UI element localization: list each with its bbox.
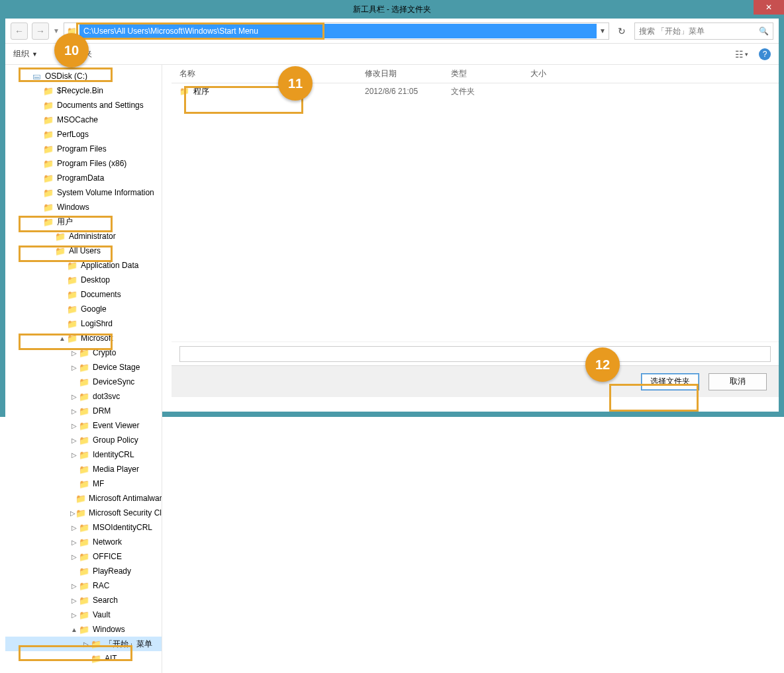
tree-item[interactable]: ▷📁IdentityCRL xyxy=(5,447,162,462)
tree-item[interactable]: ▷📁Event Viewer xyxy=(5,418,162,433)
col-type[interactable]: 类型 xyxy=(443,68,522,79)
expander-icon[interactable]: ▷ xyxy=(70,466,78,473)
expander-icon[interactable]: ▷ xyxy=(70,437,78,444)
tree-item[interactable]: ▷📁Microsoft Antimalware xyxy=(5,491,162,506)
search-box[interactable]: 🔍 xyxy=(634,22,773,40)
tree-item[interactable]: ▷📁MF xyxy=(5,476,162,491)
tree-item[interactable]: ▷📁Device Stage xyxy=(5,360,162,375)
tree-item[interactable]: ▷📁Windows xyxy=(5,200,162,214)
tree-item[interactable]: ▷📁ProgramData xyxy=(5,171,162,185)
expander-icon[interactable]: ▷ xyxy=(70,408,78,415)
tree-item[interactable]: ▷📁「开始」菜单 xyxy=(5,637,162,651)
folder-tree[interactable]: ▷🖴OSDisk (C:)▷📁$Recycle.Bin▷📁Documents a… xyxy=(5,65,162,673)
expander-icon[interactable]: ▷ xyxy=(58,291,66,298)
expander-icon[interactable]: ▷ xyxy=(82,641,90,648)
expander-icon[interactable]: ▷ xyxy=(70,510,75,517)
expander-icon[interactable]: ▷ xyxy=(70,495,75,502)
expander-icon[interactable]: ▷ xyxy=(34,204,42,211)
tree-item[interactable]: ▷📁$Recycle.Bin xyxy=(5,83,162,98)
folder-name-field[interactable] xyxy=(179,346,771,362)
tree-item[interactable]: ▷📁All Users xyxy=(5,244,162,258)
expander-icon[interactable]: ▷ xyxy=(34,189,42,197)
tree-item[interactable]: ▷📁Search xyxy=(5,593,162,607)
expander-icon[interactable]: ▷ xyxy=(70,393,78,400)
refresh-button[interactable]: ↻ xyxy=(613,22,630,40)
tree-item[interactable]: ▷📁AIT xyxy=(5,651,162,666)
tree-item[interactable]: ▷📁Desktop xyxy=(5,273,162,287)
expander-icon[interactable]: ▷ xyxy=(34,146,42,153)
expander-icon[interactable]: ▷ xyxy=(58,262,66,269)
address-input[interactable] xyxy=(79,24,597,38)
expander-icon[interactable]: ▷ xyxy=(70,524,78,531)
file-row[interactable]: 📁 程序 2012/8/6 21:05 文件夹 xyxy=(172,83,779,99)
expander-icon[interactable]: ▷ xyxy=(34,102,42,109)
expander-icon[interactable]: ▷ xyxy=(70,480,78,488)
tree-item[interactable]: ▷📁dot3svc xyxy=(5,389,162,404)
expander-icon[interactable]: ▷ xyxy=(34,116,42,124)
view-button[interactable]: ☷ ▾ xyxy=(735,49,748,60)
tree-item[interactable]: ▷📁MSOCache xyxy=(5,112,162,127)
tree-item[interactable]: ▷📁Network xyxy=(5,535,162,549)
expander-icon[interactable]: ▷ xyxy=(23,73,30,80)
col-size[interactable]: 大小 xyxy=(522,68,589,79)
organize-button[interactable]: 组织 ▼ xyxy=(13,48,38,60)
address-bar[interactable]: 📁 ▼ xyxy=(64,22,609,40)
expander-icon[interactable]: ▷ xyxy=(70,553,78,561)
expander-icon[interactable]: ▷ xyxy=(70,364,78,371)
tree-item[interactable]: ▷📁Program Files xyxy=(5,142,162,156)
expander-icon[interactable]: ▷ xyxy=(70,349,78,357)
address-dropdown-icon[interactable]: ▼ xyxy=(597,27,609,34)
tree-item[interactable]: ▷📁System Volume Information xyxy=(5,185,162,200)
expander-icon[interactable]: ▷ xyxy=(70,451,78,459)
tree-item[interactable]: ▲📁Microsoft xyxy=(5,331,162,345)
tree-item[interactable]: ▷📁MSOIdentityCRL xyxy=(5,520,162,535)
tree-item[interactable]: ▷📁DeviceSync xyxy=(5,375,162,389)
tree-item[interactable]: ▷📁Vault xyxy=(5,607,162,622)
expander-icon[interactable]: ▷ xyxy=(70,422,78,429)
expander-icon[interactable]: ▷ xyxy=(82,655,90,662)
expander-icon[interactable]: ▷ xyxy=(34,131,42,138)
close-button[interactable]: ✕ xyxy=(754,0,784,15)
forward-button[interactable]: → xyxy=(32,22,49,40)
tree-item[interactable]: ▷📁Application Data xyxy=(5,258,162,273)
expander-icon[interactable]: ▷ xyxy=(34,218,42,226)
expander-icon[interactable]: ▷ xyxy=(34,87,42,95)
tree-item[interactable]: ▷📁PerfLogs xyxy=(5,127,162,142)
tree-item[interactable]: ▷📁Google xyxy=(5,302,162,316)
expander-icon[interactable]: ▷ xyxy=(70,582,78,590)
expander-icon[interactable]: ▷ xyxy=(46,247,54,255)
tree-item[interactable]: ▷🖴OSDisk (C:) xyxy=(5,69,162,83)
expander-icon[interactable]: ▷ xyxy=(34,160,42,167)
help-button[interactable]: ? xyxy=(759,48,771,60)
expander-icon[interactable]: ▲ xyxy=(58,335,66,342)
tree-item[interactable]: ▷📁LogiShrd xyxy=(5,316,162,331)
expander-icon[interactable]: ▷ xyxy=(70,379,78,386)
tree-item[interactable]: ▷📁RAC xyxy=(5,578,162,593)
tree-item[interactable]: ▷📁Crypto xyxy=(5,345,162,360)
select-folder-button[interactable]: 选择文件夹 xyxy=(641,373,699,390)
expander-icon[interactable]: ▷ xyxy=(70,568,78,575)
search-input[interactable] xyxy=(639,26,759,36)
expander-icon[interactable]: ▷ xyxy=(70,539,78,546)
tree-item[interactable]: ▷📁Media Player xyxy=(5,462,162,476)
cancel-button[interactable]: 取消 xyxy=(709,373,767,390)
tree-item[interactable]: ▷📁DRM xyxy=(5,404,162,418)
expander-icon[interactable]: ▷ xyxy=(70,611,78,619)
col-date[interactable]: 修改日期 xyxy=(357,68,443,79)
col-name[interactable]: 名称 xyxy=(172,68,357,79)
expander-icon[interactable]: ▷ xyxy=(70,597,78,604)
tree-item[interactable]: ▷📁Microsoft Security Clien xyxy=(5,506,162,520)
expander-icon[interactable]: ▷ xyxy=(46,233,54,240)
tree-item[interactable]: ▷📁Program Files (x86) xyxy=(5,156,162,171)
tree-item[interactable]: ▷📁Administrator xyxy=(5,229,162,244)
history-dropdown[interactable]: ▼ xyxy=(53,27,60,34)
tree-item[interactable]: ▷📁用户 xyxy=(5,214,162,229)
tree-item[interactable]: ▷📁Documents xyxy=(5,287,162,302)
back-button[interactable]: ← xyxy=(11,22,28,40)
tree-item[interactable]: ▷📁PlayReady xyxy=(5,564,162,578)
tree-item[interactable]: ▷📁OFFICE xyxy=(5,549,162,564)
expander-icon[interactable]: ▷ xyxy=(58,277,66,284)
expander-icon[interactable]: ▷ xyxy=(34,175,42,182)
expander-icon[interactable]: ▷ xyxy=(58,306,66,313)
expander-icon[interactable]: ▲ xyxy=(70,626,78,633)
